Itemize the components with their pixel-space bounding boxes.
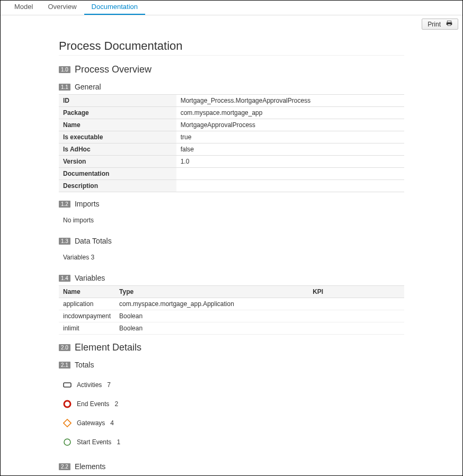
- imports-note: No imports: [59, 211, 404, 229]
- section-number: 2.2: [59, 463, 70, 470]
- table-row: inlimit Boolean: [59, 322, 404, 335]
- svg-rect-0: [447, 21, 451, 23]
- prop-label: Name: [59, 119, 176, 131]
- svg-rect-5: [64, 419, 71, 427]
- total-start-events: Start Events 1: [59, 433, 404, 452]
- section-title: Element Details: [75, 342, 141, 353]
- var-name: inlimit: [59, 322, 115, 335]
- prop-value: com.myspace.mortgage_app: [176, 107, 404, 119]
- table-row: application com.myspace.mortgage_app.App…: [59, 298, 404, 310]
- section-variables: 1.4 Variables: [59, 274, 404, 282]
- section-totals: 2.1 Totals: [59, 361, 404, 369]
- toolbar: Print: [1, 15, 462, 30]
- prop-label: Is executable: [59, 131, 176, 143]
- print-button[interactable]: Print: [422, 19, 458, 30]
- prop-label: Version: [59, 156, 176, 168]
- section-title: Variables: [75, 274, 105, 282]
- section-title: Totals: [75, 361, 94, 369]
- total-label: Activities: [77, 381, 102, 389]
- prop-label: Package: [59, 107, 176, 119]
- end-event-icon: [63, 400, 72, 408]
- section-title: Data Totals: [75, 237, 112, 245]
- section-number: 1.3: [59, 238, 70, 245]
- total-count: 2: [114, 400, 118, 408]
- activity-icon: [63, 381, 72, 389]
- section-data-totals: 1.3 Data Totals: [59, 237, 404, 245]
- section-number: 1.4: [59, 275, 70, 282]
- totals-list: Activities 7 End Events 2 Gateways 4 Sta…: [59, 372, 404, 455]
- section-title: Elements: [75, 462, 105, 471]
- col-name: Name: [59, 286, 115, 298]
- start-event-icon: [63, 438, 72, 446]
- total-activities: Activities 7: [59, 375, 404, 394]
- prop-value: [176, 180, 404, 192]
- prop-label: ID: [59, 95, 176, 107]
- var-kpi: [308, 298, 404, 310]
- col-type: Type: [115, 286, 308, 298]
- section-title: Process Overview: [75, 64, 152, 75]
- section-number: 2.1: [59, 362, 70, 369]
- total-end-events: End Events 2: [59, 394, 404, 414]
- prop-label: Is AdHoc: [59, 143, 176, 156]
- prop-value: Mortgage_Process.MortgageApprovalProcess: [176, 95, 404, 107]
- table-row: incdownpayment Boolean: [59, 310, 404, 322]
- svg-point-4: [64, 401, 70, 407]
- tabs-bar: Model Overview Documentation: [1, 1, 462, 15]
- var-name: application: [59, 298, 115, 310]
- total-count: 7: [107, 381, 111, 389]
- var-kpi: [308, 322, 404, 335]
- prop-label: Description: [59, 180, 176, 192]
- prop-value: 1.0: [176, 156, 404, 168]
- tab-overview[interactable]: Overview: [40, 0, 84, 15]
- tab-documentation[interactable]: Documentation: [84, 0, 145, 15]
- print-button-label: Print: [428, 21, 441, 28]
- var-kpi: [308, 310, 404, 322]
- var-type: Boolean: [115, 310, 308, 322]
- svg-rect-3: [64, 383, 71, 387]
- section-elements: 2.2 Elements: [59, 462, 404, 471]
- svg-rect-2: [448, 24, 451, 26]
- svg-point-6: [64, 439, 70, 445]
- section-number: 1.2: [59, 201, 70, 208]
- section-number: 2.0: [59, 344, 70, 351]
- section-number: 1.0: [59, 66, 70, 73]
- prop-label: Documentation: [59, 168, 176, 180]
- data-totals-note: Variables 3: [59, 248, 404, 266]
- general-table: IDMortgage_Process.MortgageApprovalProce…: [59, 94, 404, 192]
- section-process-overview: 1.0 Process Overview: [59, 64, 404, 75]
- section-element-details: 2.0 Element Details: [59, 342, 404, 353]
- var-type: Boolean: [115, 322, 308, 335]
- total-label: Gateways: [77, 419, 105, 427]
- var-name: incdownpayment: [59, 310, 115, 322]
- total-count: 1: [117, 438, 120, 446]
- prop-value: [176, 168, 404, 180]
- total-count: 4: [110, 419, 114, 427]
- total-label: End Events: [77, 400, 109, 408]
- variables-table: Name Type KPI application com.myspace.mo…: [59, 285, 404, 335]
- section-imports: 1.2 Imports: [59, 200, 404, 208]
- var-type: com.myspace.mortgage_app.Application: [115, 298, 308, 310]
- section-title: General: [75, 83, 101, 91]
- col-kpi: KPI: [308, 286, 404, 298]
- section-title: Imports: [75, 200, 100, 208]
- total-gateways: Gateways 4: [59, 414, 404, 433]
- prop-value: true: [176, 131, 404, 143]
- content-area: Process Documentation 1.0 Process Overvi…: [1, 30, 462, 471]
- prop-value: MortgageApprovalProcess: [176, 119, 404, 131]
- gateway-icon: [63, 419, 72, 427]
- section-general: 1.1 General: [59, 83, 404, 91]
- tab-model[interactable]: Model: [7, 0, 40, 15]
- total-label: Start Events: [77, 438, 111, 446]
- section-number: 1.1: [59, 84, 70, 91]
- page-title: Process Documentation: [59, 39, 404, 56]
- prop-value: false: [176, 143, 404, 156]
- print-icon: [446, 20, 452, 28]
